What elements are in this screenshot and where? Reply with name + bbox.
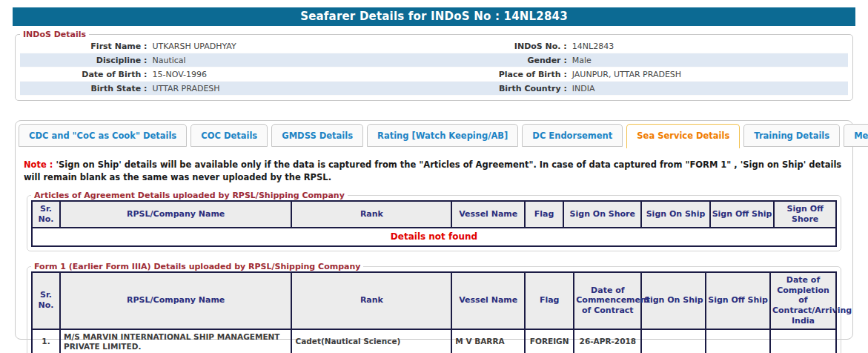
indos-row-2: Discipline : Nautical Gender : Male: [20, 53, 848, 67]
indos-row-3: Date of Birth : 15-NOV-1996 Place of Bir…: [20, 67, 848, 82]
indos-details-section: INDoS Details First Name : UTKARSH UPADH…: [15, 30, 853, 101]
indos-details-legend: INDoS Details: [20, 30, 89, 39]
cell-vessel-name: M V BARRA: [451, 329, 525, 353]
col-sign-on-ship: Sign On Ship: [641, 272, 706, 329]
col-flag: Flag: [525, 272, 574, 329]
col-vessel-name: Vessel Name: [451, 201, 525, 228]
col-rpsl-company: RPSL/Company Name: [60, 201, 291, 228]
col-rank: Rank: [291, 201, 451, 228]
indos-row-1: First Name : UTKARSH UPADHYAY INDoS No. …: [20, 39, 848, 53]
tab-sea-service-details[interactable]: Sea Service Details: [626, 124, 740, 148]
tab-dc-endorsement[interactable]: DC Endorsement: [522, 124, 623, 147]
note-prefix: Note :: [24, 159, 53, 170]
articles-of-agreement-table: Sr. No. RPSL/Company Name Rank Vessel Na…: [31, 200, 837, 247]
tabs-row: CDC and "CoC as Cook" Details COC Detail…: [16, 121, 852, 147]
cell-flag: FOREIGN: [525, 329, 574, 353]
tab-training-details[interactable]: Training Details: [743, 124, 840, 147]
articles-of-agreement-section: Articles of Agreement Details uploaded b…: [27, 191, 841, 251]
cell-date-completion: [770, 329, 836, 353]
form1-section: Form 1 (Earlier Form IIIA) Details uploa…: [27, 262, 841, 353]
birth-country-label: Birth Country :: [434, 84, 570, 93]
indos-no-label: INDoS No. :: [434, 42, 570, 51]
col-rank: Rank: [291, 272, 451, 329]
birth-country-value: INDIA: [571, 84, 848, 93]
place-of-birth-label: Place of Birth :: [434, 70, 570, 79]
discipline-label: Discipline :: [20, 56, 150, 65]
birth-state-value: UTTAR PRADESH: [150, 84, 434, 93]
col-vessel-name: Vessel Name: [451, 272, 525, 329]
details-not-found-row: Details not found: [32, 228, 836, 246]
tab-gmdss-details[interactable]: GMDSS Details: [271, 124, 363, 147]
date-of-birth-value: 15-NOV-1996: [150, 70, 434, 79]
tab-medical-fitness[interactable]: Medical Fitness Certificate: [844, 124, 868, 147]
col-sign-on-ship: Sign On Ship: [641, 201, 709, 228]
cell-date-commencement: 26-APR-2018: [574, 329, 641, 353]
indos-no-value: 14NL2843: [571, 42, 848, 51]
note-text: 'Sign on Ship' details will be available…: [24, 159, 841, 182]
form1-header-row: Sr. No. RPSL/Company Name Rank Vessel Na…: [32, 272, 836, 329]
col-date-completion: Date of Completion of Contract/Arriving …: [770, 272, 836, 329]
tab-cdc-coc-cook[interactable]: CDC and "CoC as Cook" Details: [19, 124, 187, 147]
cell-rpsl-company: M/S MARVIN INTERNATIONAL SHIP MANAGEMENT…: [60, 329, 291, 353]
articles-header-row: Sr. No. RPSL/Company Name Rank Vessel Na…: [32, 201, 836, 228]
cell-sr-no: 1.: [32, 329, 60, 353]
form1-table: Sr. No. RPSL/Company Name Rank Vessel Na…: [31, 271, 837, 353]
col-sr-no: Sr. No.: [32, 201, 60, 228]
col-flag: Flag: [525, 201, 563, 228]
indos-row-4: Birth State : UTTAR PRADESH Birth Countr…: [20, 82, 848, 96]
tab-coc-details[interactable]: COC Details: [191, 124, 268, 147]
discipline-value: Nautical: [150, 56, 434, 65]
articles-of-agreement-legend: Articles of Agreement Details uploaded b…: [31, 191, 348, 200]
cell-sign-on-ship: [641, 329, 706, 353]
form1-legend: Form 1 (Earlier Form IIIA) Details uploa…: [31, 262, 363, 271]
page-title: Seafarer Details for INDoS No : 14NL2843: [13, 7, 855, 26]
date-of-birth-label: Date of Birth :: [20, 70, 150, 79]
cell-sign-off-ship: [706, 329, 770, 353]
tab-rating-watchkeeping[interactable]: Rating [Watch Keeping/AB]: [367, 124, 518, 147]
first-name-value: UTKARSH UPADHYAY: [150, 42, 434, 51]
birth-state-label: Birth State :: [20, 84, 150, 93]
col-sign-on-shore: Sign On Shore: [563, 201, 641, 228]
details-not-found-message: Details not found: [32, 228, 836, 246]
gender-label: Gender :: [434, 56, 570, 65]
first-name-label: First Name :: [20, 42, 150, 51]
col-date-commencement: Date of Commencement of Contract: [574, 272, 641, 329]
cell-rank: Cadet(Nautical Science): [291, 329, 451, 353]
gender-value: Male: [571, 56, 848, 65]
sign-on-ship-note: Note : 'Sign on Ship' details will be av…: [24, 159, 844, 183]
place-of-birth-value: JAUNPUR, UTTAR PRADESH: [571, 70, 848, 79]
form1-data-row: 1. M/S MARVIN INTERNATIONAL SHIP MANAGEM…: [32, 329, 836, 353]
col-rpsl-company: RPSL/Company Name: [60, 272, 291, 329]
col-sign-off-ship: Sign Off Ship: [706, 272, 770, 329]
col-sign-off-ship: Sign Off Ship: [710, 201, 775, 228]
tab-content-panel: CDC and "CoC as Cook" Details COC Detail…: [15, 120, 853, 340]
col-sr-no: Sr. No.: [32, 272, 60, 329]
col-sign-off-shore: Sign Off Shore: [774, 201, 836, 228]
